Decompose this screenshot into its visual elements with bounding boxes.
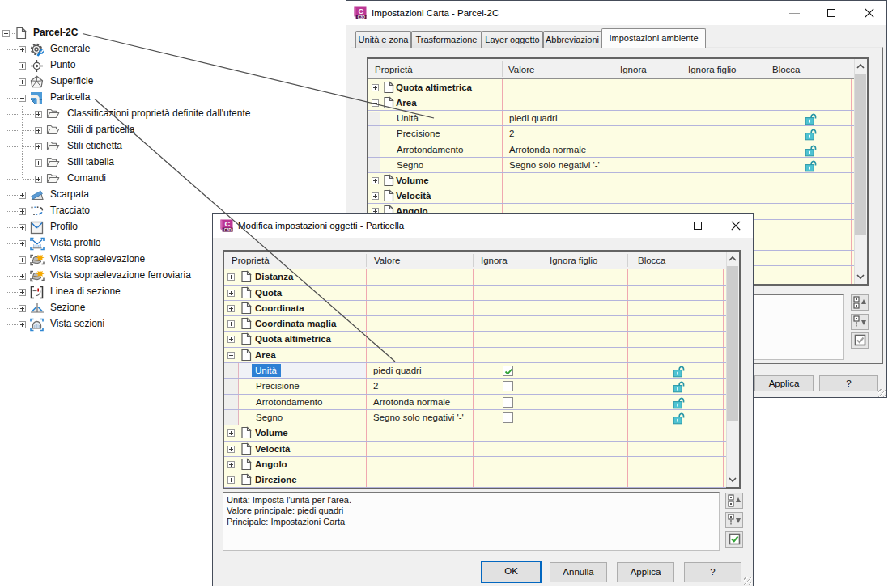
svg-text:C: C <box>359 6 364 15</box>
svg-text:C: C <box>225 219 231 228</box>
svg-text:C3D: C3D <box>224 228 232 232</box>
svg-text:C3D: C3D <box>358 15 366 19</box>
